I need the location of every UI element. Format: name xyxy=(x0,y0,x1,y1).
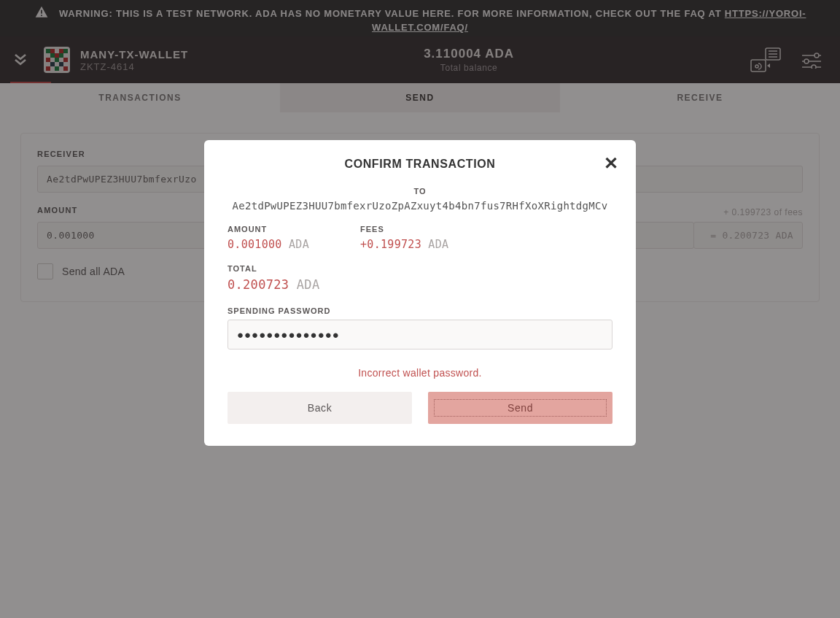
dialog-total-unit: ADA xyxy=(289,277,319,292)
dialog-total-value: 0.200723 xyxy=(228,277,289,292)
error-message: Incorrect wallet password. xyxy=(228,367,612,379)
to-label: TO xyxy=(228,187,612,196)
confirm-transaction-dialog: CONFIRM TRANSACTION ✕ TO Ae2tdPwUPEZ3HUU… xyxy=(204,140,636,446)
modal-overlay: CONFIRM TRANSACTION ✕ TO Ae2tdPwUPEZ3HUU… xyxy=(0,0,840,618)
dialog-amount-value: 0.001000 xyxy=(228,238,282,251)
dialog-title: CONFIRM TRANSACTION xyxy=(228,158,612,171)
dialog-total-label: TOTAL xyxy=(228,264,612,273)
dialog-fees-value: +0.199723 xyxy=(360,238,421,251)
dialog-fees-unit: ADA xyxy=(421,238,448,251)
send-button[interactable]: Send xyxy=(428,392,612,424)
spending-password-input[interactable]: ●●●●●●●●●●●●●● xyxy=(228,320,612,349)
dialog-amount-label: AMOUNT xyxy=(228,225,309,233)
password-label: SPENDING PASSWORD xyxy=(228,306,612,315)
send-button-label: Send xyxy=(434,399,607,417)
close-icon[interactable]: ✕ xyxy=(604,155,618,172)
dialog-fees-label: FEES xyxy=(360,225,448,233)
back-button[interactable]: Back xyxy=(228,392,412,424)
dialog-amount-unit: ADA xyxy=(282,238,309,251)
to-address: Ae2tdPwUPEZ3HUU7bmfexrUzoZpAZxuyt4b4bn7f… xyxy=(228,200,612,212)
